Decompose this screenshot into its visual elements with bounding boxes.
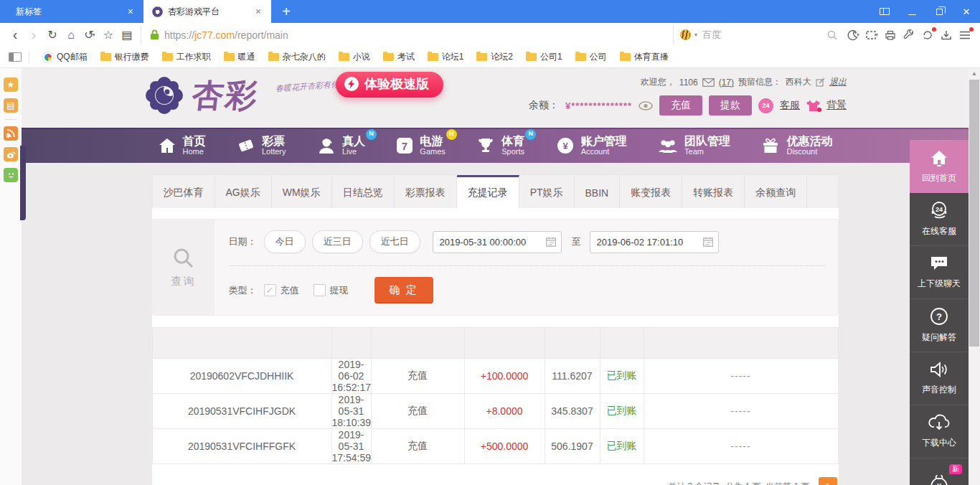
undo-button[interactable]: ↺▾ [80,26,99,44]
nav-item[interactable]: 7 电游 Games H [396,135,445,156]
quick-range-pill[interactable]: 近三日 [312,230,363,253]
type-checkbox[interactable]: 充值 [264,284,299,297]
report-tab[interactable]: PT娱乐 [519,175,575,208]
window-minimize-button[interactable] [898,0,925,23]
side-widget-item[interactable]: ¥ 新 [910,458,969,485]
bookmark-item[interactable]: 考试 [377,49,421,65]
report-tab[interactable]: BBIN [575,175,621,208]
memo-icon[interactable]: ▤ [4,98,18,113]
report-tab[interactable]: 账变报表 [620,175,682,208]
search-engine-icon[interactable] [680,29,691,40]
side-widget-item[interactable]: 下载中心 [910,405,969,458]
favorites-star-icon[interactable]: ★ [4,77,18,92]
quick-range-pill[interactable]: 今日 [264,230,306,253]
search-icon[interactable] [827,30,837,40]
scrollbar-up-arrow[interactable]: ▲ [969,68,980,79]
checkbox-icon[interactable] [314,284,326,296]
report-tab[interactable]: 沙巴体育 [153,175,215,208]
quick-range-pill[interactable]: 近七日 [369,230,420,253]
download-button[interactable] [937,26,956,44]
tools-button[interactable] [900,26,918,44]
back-button[interactable]: ‹ [6,26,24,44]
side-widget-item[interactable]: 24 在线客服 [910,193,969,246]
mail-icon[interactable] [702,78,715,87]
customer-service-link[interactable]: 客服 [780,99,800,112]
night-mode-button[interactable]: ▾ [844,26,862,44]
edit-icon[interactable] [816,77,825,87]
bookmark-item[interactable]: 公司 [569,49,613,65]
nav-item[interactable]: 首页 Home [158,135,206,156]
bookmark-item[interactable]: 暖通 [217,49,262,65]
notes-button[interactable]: ▤ [118,26,136,44]
refresh-button[interactable]: ↻ [43,26,62,44]
sidebar-toggle-icon[interactable] [9,52,22,62]
browser-tab-site[interactable]: 杏彩游戏平台 × [143,0,271,23]
smiley-icon[interactable] [4,168,18,182]
background-link[interactable]: 背景 [826,99,847,112]
bookmark-item[interactable]: 体育直播 [613,49,675,65]
window-restore-button[interactable] [925,0,953,23]
nav-item[interactable]: 优惠活动 Discount [761,135,832,156]
side-widget-item[interactable]: 上下级聊天 [910,246,969,299]
side-panel-handle[interactable] [20,146,26,220]
calendar-icon[interactable] [703,237,713,247]
bookmark-item[interactable]: 论坛2 [470,49,519,65]
tshirt-icon[interactable] [806,100,820,111]
date-from-input[interactable]: 2019-05-31 00:00:00 [433,231,562,253]
proxy-button[interactable] [918,26,937,44]
mail-count-link[interactable]: (17) [719,77,734,88]
rss-icon[interactable] [4,126,18,141]
bookmark-item[interactable]: 论坛1 [421,49,471,65]
confirm-button[interactable]: 确 定 [374,277,433,303]
bookmark-item[interactable]: 杂七杂八的 [262,49,332,65]
address-bar[interactable]: https://jc77.com/report/main [141,26,673,44]
window-panel-button[interactable] [871,0,898,23]
new-tab-button[interactable]: + [271,0,301,23]
nav-item[interactable]: 真人 Live N [317,135,365,156]
bookmark-item[interactable]: QQ邮箱 [37,49,94,65]
bookmark-item[interactable]: 工作求职 [156,49,217,65]
logout-link[interactable]: 退出 [829,76,847,88]
eye-icon[interactable] [639,101,653,110]
bookmark-item[interactable]: 公司1 [519,49,569,65]
window-close-button[interactable]: ✕ [953,0,980,23]
report-tab[interactable]: WM娱乐 [272,175,332,208]
favorite-star-button[interactable]: ☆ [99,26,118,44]
customer-service-24-icon[interactable]: 24 [758,98,773,113]
site-logo[interactable]: 杏彩 春暖花开杏彩有你! [143,75,258,116]
browser-tab-new[interactable]: 新标签 × [0,0,143,23]
scrollbar-thumb[interactable] [969,80,979,347]
home-button[interactable]: ⌂ [62,26,80,44]
calendar-icon[interactable] [546,237,556,247]
nav-item[interactable]: 彩票 Lottery [237,135,286,156]
report-tab[interactable]: 转账报表 [682,175,745,208]
side-widget-item[interactable]: ? 疑问解答 [910,299,969,352]
print-button[interactable] [881,26,900,44]
bookmark-item[interactable]: 银行缴费 [94,49,156,65]
checkbox-icon[interactable] [264,284,276,296]
speed-version-button[interactable]: 体验极速版 [336,72,443,98]
capture-button[interactable]: ▾ [862,26,881,44]
date-to-input[interactable]: 2019-06-02 17:01:10 [590,231,719,253]
report-tab[interactable]: 日结总览 [332,175,395,208]
report-tab[interactable]: AG娱乐 [215,175,272,208]
deposit-button[interactable]: 充值 [659,95,702,116]
tab-close-icon[interactable]: × [253,6,264,17]
side-widget-item[interactable]: 回到首页 [910,140,969,193]
forward-button[interactable]: › [24,26,43,44]
withdraw-button[interactable]: 提款 [709,95,752,116]
bookmark-item[interactable]: 小说 [332,49,377,65]
menu-button[interactable] [956,26,974,44]
side-widget-item[interactable]: 声音控制 [910,352,969,405]
query-button[interactable]: 查询 [153,220,215,315]
search-input[interactable]: ▾ 百度 [673,26,844,44]
weibo-icon[interactable] [4,147,18,161]
nav-item[interactable]: ¥ 账户管理 Account [556,135,627,156]
nav-item[interactable]: 体育 Sports N [476,135,524,156]
report-tab[interactable]: 充提记录 [457,175,519,208]
page-1-button[interactable]: 1 [819,477,837,485]
type-checkbox[interactable]: 提现 [314,284,349,297]
nav-item[interactable]: 团队管理 Team [658,135,730,156]
report-tab[interactable]: 余额查询 [745,175,807,208]
tab-close-icon[interactable]: × [125,6,136,17]
